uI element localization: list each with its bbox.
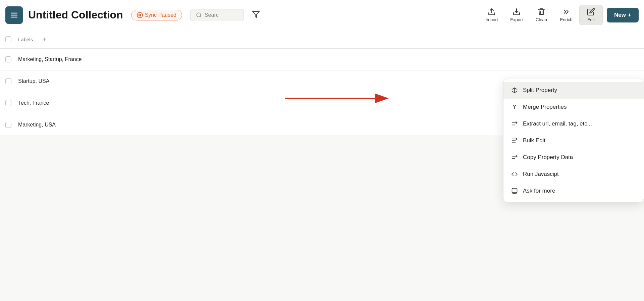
svg-rect-19 — [512, 189, 517, 193]
svg-marker-7 — [253, 11, 259, 17]
code-icon — [511, 170, 518, 178]
split-icon — [511, 87, 518, 94]
merge-icon — [511, 103, 518, 111]
select-all-checkbox[interactable] — [5, 36, 11, 42]
filter-button[interactable] — [252, 10, 260, 20]
dropdown-item-ask-for-more[interactable]: Ask for more — [503, 183, 644, 199]
merge-properties-label: Merge Properties — [523, 104, 567, 110]
new-button[interactable]: New + — [607, 8, 639, 22]
pause-icon — [137, 12, 143, 18]
row-labels: Marketing, USA — [18, 122, 56, 128]
run-javascript-label: Run Javascipt — [523, 171, 559, 178]
import-button[interactable]: Import — [480, 5, 503, 25]
copy-property-data-label: Copy Property Data — [523, 154, 573, 161]
dropdown-item-bulk-edit[interactable]: Bulk Edit — [503, 132, 644, 149]
row-checkbox[interactable] — [5, 78, 11, 84]
sync-paused-badge[interactable]: Sync Paused — [131, 10, 182, 20]
edit-dropdown-menu: Split Property Merge Properties Extract … — [503, 79, 644, 202]
svg-point-5 — [197, 13, 201, 17]
svg-line-6 — [200, 16, 201, 17]
page-title: Untitled Collection — [28, 9, 123, 21]
comment-icon — [511, 187, 518, 195]
dropdown-item-run-javascript[interactable]: Run Javascipt — [503, 166, 644, 183]
table-body: Marketing, Startup, France Startup, USA … — [0, 49, 644, 136]
edit-button[interactable]: Edit — [579, 5, 603, 25]
svg-rect-3 — [139, 14, 140, 16]
search-placeholder: Searc — [205, 12, 219, 18]
search-box[interactable]: Searc — [190, 9, 244, 21]
add-column-button[interactable]: + — [40, 35, 49, 44]
menu-button[interactable] — [5, 6, 23, 24]
extract-icon — [511, 120, 518, 128]
search-icon — [196, 12, 202, 18]
row-labels: Marketing, Startup, France — [18, 56, 82, 62]
copy-icon — [511, 154, 518, 161]
bulk-edit-label: Bulk Edit — [523, 137, 545, 144]
clean-button[interactable]: Clean — [530, 5, 553, 25]
split-property-label: Split Property — [523, 87, 557, 94]
enrich-button[interactable]: Enrich — [554, 5, 578, 25]
row-labels: Startup, USA — [18, 78, 49, 84]
labels-column-header: Labels — [18, 37, 33, 42]
ask-for-more-label: Ask for more — [523, 188, 555, 194]
row-labels: Tech, France — [18, 100, 49, 106]
row-checkbox[interactable] — [5, 122, 11, 128]
table-row: Marketing, Startup, France — [0, 49, 644, 70]
row-checkbox[interactable] — [5, 100, 11, 106]
extract-label: Extract url, email, tag, etc... — [523, 120, 592, 127]
dropdown-item-split-property[interactable]: Split Property — [503, 82, 644, 99]
dropdown-item-merge-properties[interactable]: Merge Properties — [503, 99, 644, 115]
dropdown-item-extract[interactable]: Extract url, email, tag, etc... — [503, 115, 644, 132]
row-checkbox[interactable] — [5, 56, 11, 62]
filter-bar: Labels + — [0, 30, 644, 49]
toolbar-actions: Import Export Clean Enrich — [480, 5, 639, 25]
bulk-edit-icon — [511, 137, 518, 144]
export-button[interactable]: Export — [505, 5, 528, 25]
dropdown-item-copy-property-data[interactable]: Copy Property Data — [503, 149, 644, 166]
svg-rect-4 — [140, 14, 141, 16]
header: Untitled Collection Sync Paused Searc — [0, 0, 644, 30]
